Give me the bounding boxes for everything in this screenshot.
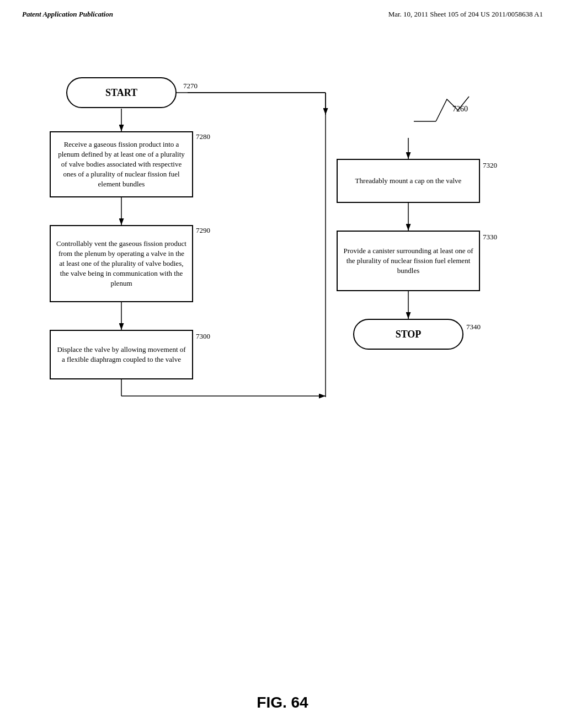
node-7290: Controllably vent the gaseous fission pr… — [50, 225, 193, 302]
flow-container: START 7270 Receive a gaseous fission pro… — [33, 77, 530, 507]
header-date-info: Mar. 10, 2011 Sheet 105 of 204 US 2011/0… — [388, 10, 543, 19]
node-7330: Provide a canister surrounding at least … — [337, 231, 480, 291]
node-7300: Displace the valve by allowing movement … — [50, 330, 193, 379]
diagram-area: START 7270 Receive a gaseous fission pro… — [0, 44, 565, 540]
node-7280: Receive a gaseous fission product into a… — [50, 131, 193, 197]
ref-7340: 7340 — [466, 323, 481, 331]
ref-7290: 7290 — [196, 226, 210, 235]
node-7320: Threadably mount a cap on the valve — [337, 159, 480, 203]
ref-7280: 7280 — [196, 132, 210, 141]
zigzag-7260 — [414, 94, 480, 127]
start-node: START — [66, 77, 177, 108]
ref-7330: 7330 — [483, 233, 497, 242]
header-publication-type: Patent Application Publication — [22, 10, 113, 19]
figure-label: FIG. 64 — [257, 694, 308, 711]
page-header: Patent Application Publication Mar. 10, … — [0, 0, 565, 19]
ref-7320: 7320 — [483, 161, 497, 170]
stop-node: STOP — [353, 319, 463, 350]
ref-7300: 7300 — [196, 332, 210, 341]
ref-7270: 7270 — [183, 82, 198, 90]
